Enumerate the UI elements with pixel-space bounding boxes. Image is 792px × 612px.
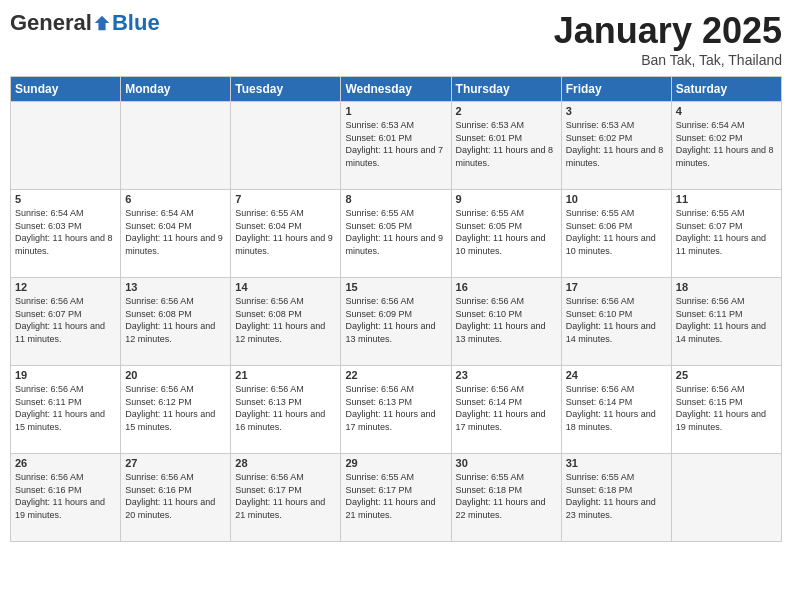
cell-details: Sunrise: 6:56 AMSunset: 6:13 PMDaylight:… <box>235 383 336 433</box>
page-header: General Blue January 2025 Ban Tak, Tak, … <box>10 10 782 68</box>
calendar-cell-w0d5: 3Sunrise: 6:53 AMSunset: 6:02 PMDaylight… <box>561 102 671 190</box>
sunrise-text: Sunrise: 6:56 AM <box>125 471 226 484</box>
sunset-text: Sunset: 6:03 PM <box>15 220 116 233</box>
sunset-text: Sunset: 6:17 PM <box>345 484 446 497</box>
daylight-text: Daylight: 11 hours and 10 minutes. <box>456 232 557 257</box>
daylight-text: Daylight: 11 hours and 8 minutes. <box>566 144 667 169</box>
cell-details: Sunrise: 6:55 AMSunset: 6:05 PMDaylight:… <box>345 207 446 257</box>
cell-details: Sunrise: 6:53 AMSunset: 6:01 PMDaylight:… <box>345 119 446 169</box>
sunset-text: Sunset: 6:02 PM <box>676 132 777 145</box>
header-wednesday: Wednesday <box>341 77 451 102</box>
sunset-text: Sunset: 6:11 PM <box>15 396 116 409</box>
daylight-text: Daylight: 11 hours and 21 minutes. <box>345 496 446 521</box>
day-number: 12 <box>15 281 116 293</box>
cell-details: Sunrise: 6:56 AMSunset: 6:11 PMDaylight:… <box>15 383 116 433</box>
cell-details: Sunrise: 6:55 AMSunset: 6:18 PMDaylight:… <box>566 471 667 521</box>
cell-details: Sunrise: 6:56 AMSunset: 6:08 PMDaylight:… <box>125 295 226 345</box>
sunset-text: Sunset: 6:10 PM <box>456 308 557 321</box>
cell-details: Sunrise: 6:56 AMSunset: 6:10 PMDaylight:… <box>456 295 557 345</box>
calendar-cell-w3d1: 20Sunrise: 6:56 AMSunset: 6:12 PMDayligh… <box>121 366 231 454</box>
header-thursday: Thursday <box>451 77 561 102</box>
calendar-cell-w4d5: 31Sunrise: 6:55 AMSunset: 6:18 PMDayligh… <box>561 454 671 542</box>
calendar-cell-w0d4: 2Sunrise: 6:53 AMSunset: 6:01 PMDaylight… <box>451 102 561 190</box>
calendar-cell-w0d0 <box>11 102 121 190</box>
sunset-text: Sunset: 6:06 PM <box>566 220 667 233</box>
cell-details: Sunrise: 6:56 AMSunset: 6:13 PMDaylight:… <box>345 383 446 433</box>
daylight-text: Daylight: 11 hours and 7 minutes. <box>345 144 446 169</box>
calendar-cell-w2d1: 13Sunrise: 6:56 AMSunset: 6:08 PMDayligh… <box>121 278 231 366</box>
day-number: 22 <box>345 369 446 381</box>
daylight-text: Daylight: 11 hours and 9 minutes. <box>235 232 336 257</box>
sunrise-text: Sunrise: 6:54 AM <box>125 207 226 220</box>
cell-details: Sunrise: 6:55 AMSunset: 6:06 PMDaylight:… <box>566 207 667 257</box>
sunrise-text: Sunrise: 6:55 AM <box>676 207 777 220</box>
sunrise-text: Sunrise: 6:56 AM <box>15 383 116 396</box>
daylight-text: Daylight: 11 hours and 16 minutes. <box>235 408 336 433</box>
sunrise-text: Sunrise: 6:55 AM <box>566 207 667 220</box>
calendar-cell-w0d1 <box>121 102 231 190</box>
daylight-text: Daylight: 11 hours and 23 minutes. <box>566 496 667 521</box>
daylight-text: Daylight: 11 hours and 21 minutes. <box>235 496 336 521</box>
calendar-header: Sunday Monday Tuesday Wednesday Thursday… <box>11 77 782 102</box>
header-sunday: Sunday <box>11 77 121 102</box>
sunrise-text: Sunrise: 6:54 AM <box>676 119 777 132</box>
calendar-week-4: 26Sunrise: 6:56 AMSunset: 6:16 PMDayligh… <box>11 454 782 542</box>
sunset-text: Sunset: 6:01 PM <box>345 132 446 145</box>
day-number: 20 <box>125 369 226 381</box>
calendar-cell-w1d1: 6Sunrise: 6:54 AMSunset: 6:04 PMDaylight… <box>121 190 231 278</box>
calendar-cell-w4d3: 29Sunrise: 6:55 AMSunset: 6:17 PMDayligh… <box>341 454 451 542</box>
sunrise-text: Sunrise: 6:55 AM <box>345 471 446 484</box>
sunset-text: Sunset: 6:09 PM <box>345 308 446 321</box>
cell-details: Sunrise: 6:55 AMSunset: 6:05 PMDaylight:… <box>456 207 557 257</box>
daylight-text: Daylight: 11 hours and 11 minutes. <box>676 232 777 257</box>
calendar-week-0: 1Sunrise: 6:53 AMSunset: 6:01 PMDaylight… <box>11 102 782 190</box>
cell-details: Sunrise: 6:54 AMSunset: 6:04 PMDaylight:… <box>125 207 226 257</box>
day-number: 4 <box>676 105 777 117</box>
day-number: 18 <box>676 281 777 293</box>
month-title: January 2025 <box>554 10 782 52</box>
logo-general-text: General <box>10 10 92 36</box>
calendar-cell-w3d0: 19Sunrise: 6:56 AMSunset: 6:11 PMDayligh… <box>11 366 121 454</box>
day-number: 9 <box>456 193 557 205</box>
sunset-text: Sunset: 6:14 PM <box>456 396 557 409</box>
sunrise-text: Sunrise: 6:55 AM <box>566 471 667 484</box>
calendar-week-2: 12Sunrise: 6:56 AMSunset: 6:07 PMDayligh… <box>11 278 782 366</box>
day-number: 25 <box>676 369 777 381</box>
calendar-cell-w2d4: 16Sunrise: 6:56 AMSunset: 6:10 PMDayligh… <box>451 278 561 366</box>
cell-details: Sunrise: 6:54 AMSunset: 6:02 PMDaylight:… <box>676 119 777 169</box>
sunset-text: Sunset: 6:12 PM <box>125 396 226 409</box>
logo: General Blue <box>10 10 160 36</box>
calendar-cell-w3d3: 22Sunrise: 6:56 AMSunset: 6:13 PMDayligh… <box>341 366 451 454</box>
daylight-text: Daylight: 11 hours and 19 minutes. <box>676 408 777 433</box>
day-number: 21 <box>235 369 336 381</box>
cell-details: Sunrise: 6:55 AMSunset: 6:04 PMDaylight:… <box>235 207 336 257</box>
day-number: 24 <box>566 369 667 381</box>
day-number: 3 <box>566 105 667 117</box>
cell-details: Sunrise: 6:55 AMSunset: 6:07 PMDaylight:… <box>676 207 777 257</box>
sunrise-text: Sunrise: 6:56 AM <box>15 471 116 484</box>
daylight-text: Daylight: 11 hours and 12 minutes. <box>125 320 226 345</box>
sunrise-text: Sunrise: 6:56 AM <box>566 383 667 396</box>
sunset-text: Sunset: 6:05 PM <box>456 220 557 233</box>
sunrise-text: Sunrise: 6:56 AM <box>566 295 667 308</box>
day-number: 26 <box>15 457 116 469</box>
calendar-cell-w1d3: 8Sunrise: 6:55 AMSunset: 6:05 PMDaylight… <box>341 190 451 278</box>
sunset-text: Sunset: 6:05 PM <box>345 220 446 233</box>
sunrise-text: Sunrise: 6:56 AM <box>15 295 116 308</box>
sunrise-text: Sunrise: 6:56 AM <box>235 383 336 396</box>
daylight-text: Daylight: 11 hours and 11 minutes. <box>15 320 116 345</box>
daylight-text: Daylight: 11 hours and 15 minutes. <box>15 408 116 433</box>
sunset-text: Sunset: 6:16 PM <box>125 484 226 497</box>
day-number: 31 <box>566 457 667 469</box>
calendar-cell-w4d2: 28Sunrise: 6:56 AMSunset: 6:17 PMDayligh… <box>231 454 341 542</box>
daylight-text: Daylight: 11 hours and 22 minutes. <box>456 496 557 521</box>
day-number: 30 <box>456 457 557 469</box>
cell-details: Sunrise: 6:56 AMSunset: 6:11 PMDaylight:… <box>676 295 777 345</box>
cell-details: Sunrise: 6:54 AMSunset: 6:03 PMDaylight:… <box>15 207 116 257</box>
cell-details: Sunrise: 6:56 AMSunset: 6:15 PMDaylight:… <box>676 383 777 433</box>
daylight-text: Daylight: 11 hours and 9 minutes. <box>125 232 226 257</box>
header-row: Sunday Monday Tuesday Wednesday Thursday… <box>11 77 782 102</box>
calendar-cell-w0d2 <box>231 102 341 190</box>
calendar-cell-w0d6: 4Sunrise: 6:54 AMSunset: 6:02 PMDaylight… <box>671 102 781 190</box>
calendar-week-3: 19Sunrise: 6:56 AMSunset: 6:11 PMDayligh… <box>11 366 782 454</box>
